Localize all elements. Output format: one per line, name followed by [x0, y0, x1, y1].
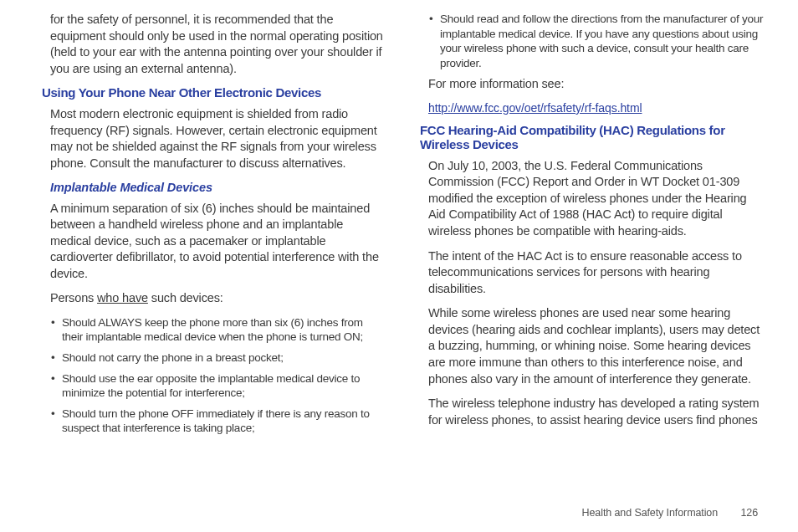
left-column: for the safety of personnel, it is recom… — [42, 12, 386, 442]
paragraph-hac-intent: The intent of the HAC Act is to ensure r… — [428, 248, 765, 298]
persons-prefix: Persons — [50, 291, 97, 304]
heading-implantable-medical: Implantable Medical Devices — [50, 181, 386, 194]
persons-underline: who have — [97, 291, 148, 304]
list-item: Should not carry the phone in a breast p… — [50, 350, 386, 366]
heading-electronic-devices: Using Your Phone Near Other Electronic D… — [42, 85, 386, 100]
right-column: Should read and follow the directions fr… — [420, 12, 765, 442]
page-footer: Health and Safety Information 126 — [582, 507, 758, 519]
paragraph-rf-shielding: Most modern electronic equipment is shie… — [50, 106, 386, 171]
paragraph-interference: While some wireless phones are used near… — [428, 305, 765, 387]
list-item: Should read and follow the directions fr… — [428, 12, 765, 70]
right-bullet-list: Should read and follow the directions fr… — [428, 12, 765, 70]
list-item: Should use the ear opposite the implanta… — [50, 371, 386, 401]
left-bullet-list: Should ALWAYS keep the phone more than s… — [50, 315, 386, 436]
intro-paragraph: for the safety of personnel, it is recom… — [50, 12, 386, 77]
paragraph-persons: Persons who have such devices: — [50, 290, 386, 307]
footer-section: Health and Safety Information — [582, 507, 718, 519]
paragraph-rating-system: The wireless telephone industry has deve… — [428, 396, 765, 428]
paragraph-more-info: For more information see: — [428, 76, 765, 93]
paragraph-hac-intro: On July 10, 2003, the U.S. Federal Commu… — [428, 158, 765, 240]
page-columns: for the safety of personnel, it is recom… — [42, 12, 765, 442]
footer-page-number: 126 — [740, 507, 758, 519]
paragraph-separation: A minimum separation of six (6) inches s… — [50, 201, 386, 283]
persons-suffix: such devices: — [148, 291, 223, 304]
list-item: Should ALWAYS keep the phone more than s… — [50, 315, 386, 345]
heading-hac-regulations: FCC Hearing-Aid Compatibility (HAC) Regu… — [420, 123, 765, 151]
list-item: Should turn the phone OFF immediately if… — [50, 407, 386, 436]
fcc-link[interactable]: http://www.fcc.gov/oet/rfsafety/rf-faqs.… — [428, 101, 765, 115]
